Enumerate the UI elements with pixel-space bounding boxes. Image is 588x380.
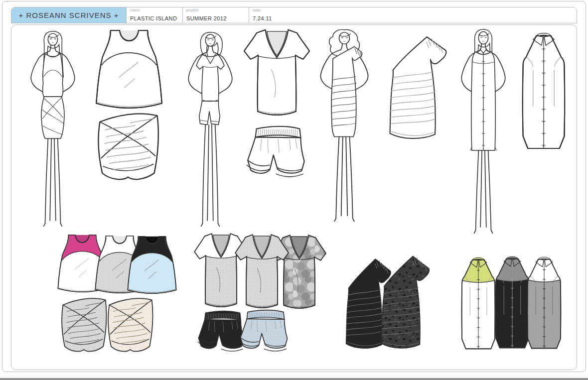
croquis-figure-tank-skirt — [24, 29, 82, 229]
flat-shorts — [246, 124, 310, 182]
colorway-shorts-chambray — [239, 308, 292, 356]
flat-tank-top — [95, 28, 163, 111]
client-field: client: PLASTIC ISLAND — [126, 7, 182, 23]
date-label: date: — [253, 8, 573, 12]
flat-sleeveless-shirt-dress — [517, 30, 570, 154]
colorway-wrap-skirt-cream — [106, 296, 155, 355]
colorway-wrap-skirt-heather — [60, 296, 109, 355]
designer-name: + ROSEANN SCRIVENS + — [19, 11, 119, 19]
colorway-shirt-white-grey — [523, 254, 565, 353]
flat-one-shoulder-dress — [381, 29, 452, 143]
page-bottom-edge — [0, 378, 588, 380]
client-value: PLASTIC ISLAND — [130, 15, 179, 21]
colorway-tee-heather — [234, 232, 291, 311]
designer-title-tab: + ROSEANN SCRIVENS + — [11, 7, 126, 23]
croquis-figure-tee-shorts — [181, 30, 239, 229]
flat-vneck-tee — [242, 27, 312, 119]
project-label: project: — [186, 8, 245, 12]
croquis-figure-shirt-dress — [454, 27, 512, 236]
colorway-dress-leopard — [374, 249, 435, 353]
project-field: project: SUMMER 2012 — [182, 7, 249, 23]
header-bar: + ROSEANN SCRIVENS + client: PLASTIC ISL… — [11, 7, 577, 23]
flat-wrap-skirt — [96, 111, 161, 183]
colorway-tank-black-ice-blue — [127, 235, 177, 295]
date-field: date: 7.24.11 — [249, 7, 577, 23]
client-label: client: — [130, 8, 179, 12]
date-value: 7.24.11 — [253, 15, 573, 21]
croquis-figure-one-shoulder-dress — [313, 28, 376, 224]
project-value: SUMMER 2012 — [186, 15, 245, 21]
